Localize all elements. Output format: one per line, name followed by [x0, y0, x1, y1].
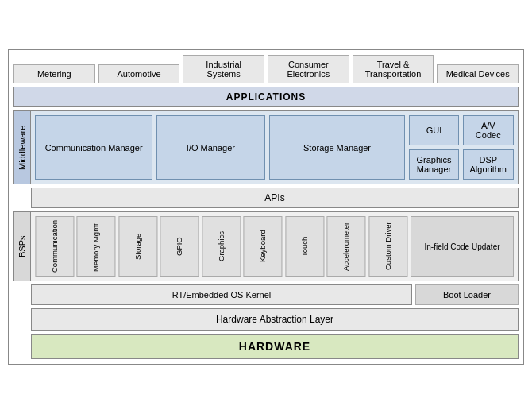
- bsps-inner: Communication Memory Mgmt. Storage GPIO …: [31, 211, 519, 281]
- app-metering: Metering: [13, 64, 95, 83]
- app-travel: Travel & Transportation: [353, 55, 434, 83]
- kernel-row: RT/Embedded OS Kernel Boot Loader: [31, 284, 519, 305]
- applications-bar: APPLICATIONS: [13, 87, 519, 107]
- bsp-col-communication: Communication: [35, 216, 74, 277]
- middleware-label: Middleware: [13, 110, 31, 184]
- bsp-right-panel: In-field Code Updater: [411, 216, 514, 277]
- apps-row: Metering Automotive Industrial Systems C…: [13, 55, 519, 83]
- bsp-columns: Communication Memory Mgmt. Storage GPIO …: [35, 216, 407, 277]
- middleware-row: Middleware Communication Manager I/O Man…: [13, 110, 519, 184]
- hardware-bar: HARDWARE: [31, 334, 519, 359]
- app-automotive: Automotive: [98, 64, 180, 83]
- dsp-algorithm-box: DSP Algorithm: [463, 149, 514, 180]
- app-medical: Medical Devices: [437, 64, 519, 83]
- app-consumer: Consumer Electronics: [268, 55, 349, 83]
- storage-manager-box: Storage Manager: [269, 115, 406, 180]
- bsp-col-accelerometer: Accelerometer: [326, 216, 365, 277]
- apis-bar: APIs: [31, 188, 519, 208]
- app-industrial: Industrial Systems: [183, 55, 264, 83]
- hal-bar: Hardware Abstraction Layer: [31, 308, 519, 331]
- io-manager-box: I/O Manager: [156, 115, 264, 180]
- av-codec-box: A/V Codec: [463, 115, 514, 145]
- comm-manager-box: Communication Manager: [35, 115, 152, 180]
- bsp-col-touch: Touch: [285, 216, 324, 277]
- bootloader-box: Boot Loader: [415, 284, 519, 305]
- infield-updater-box: In-field Code Updater: [411, 216, 514, 277]
- mw-right-panel: GUI A/V Codec Graphics Manager DSP Algor…: [409, 115, 514, 180]
- bsps-label: BSPs: [13, 211, 31, 281]
- bsp-col-custom: Custom Driver: [368, 216, 407, 277]
- bsps-row: BSPs Communication Memory Mgmt. Storage …: [13, 211, 519, 281]
- bsp-col-gpio: GPIO: [160, 216, 199, 277]
- architecture-diagram: Metering Automotive Industrial Systems C…: [8, 49, 524, 365]
- bsp-col-graphics: Graphics: [202, 216, 241, 277]
- kernel-box: RT/Embedded OS Kernel: [31, 284, 412, 305]
- bsp-col-memory: Memory Mgmt.: [76, 216, 115, 277]
- bsp-col-keyboard: Keyboard: [243, 216, 282, 277]
- middleware-inner: Communication Manager I/O Manager Storag…: [31, 110, 519, 184]
- graphics-manager-box: Graphics Manager: [409, 149, 458, 180]
- bsp-col-storage: Storage: [118, 216, 157, 277]
- gui-box: GUI: [409, 115, 458, 145]
